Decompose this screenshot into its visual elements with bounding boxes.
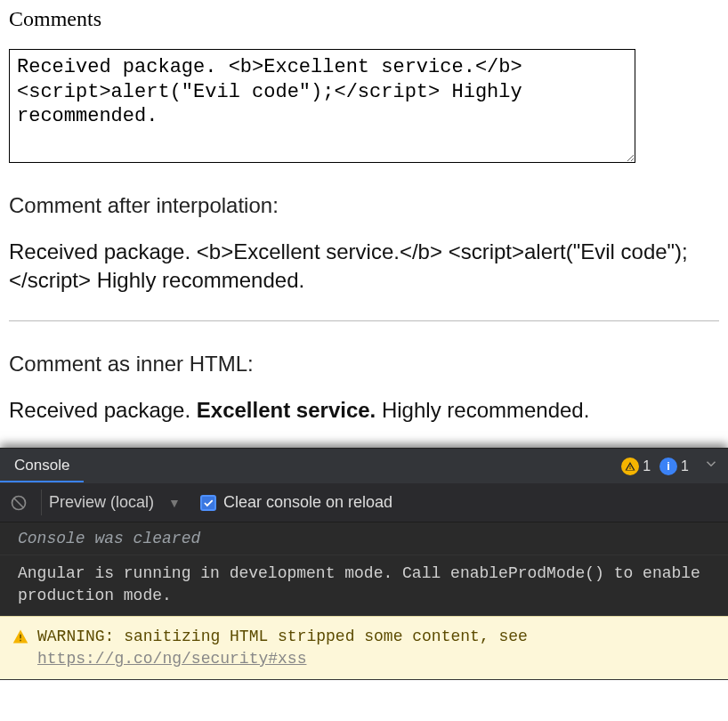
context-selector[interactable]: Preview (local) ▼ [41,490,188,515]
clear-console-icon[interactable] [9,493,28,513]
info-count-value: 1 [681,458,689,474]
innerhtml-suffix: Highly recommended. [376,398,589,422]
chevron-down-icon[interactable] [698,456,728,476]
interpolation-output: Received package. <b>Excellent service.<… [9,238,719,296]
clear-on-reload-label: Clear console on reload [223,493,392,512]
comment-textarea[interactable]: Received package. <b>Excellent service.<… [9,49,635,163]
clear-on-reload-option[interactable]: Clear console on reload [200,493,392,512]
info-icon: i [659,458,677,475]
info-count[interactable]: i 1 [659,458,689,475]
tab-console[interactable]: Console [0,449,84,483]
devtools-panel: Console 1 i 1 Preview (local) ▼ [0,448,728,680]
warning-triangle-icon [12,628,28,644]
log-warning-link[interactable]: https://g.co/ng/security#xss [37,650,306,668]
console-log: Console was cleared Angular is running i… [0,523,728,680]
devtools-tabs: Console 1 i 1 [0,448,728,483]
log-warning-prefix: WARNING: sanitizing HTML stripped some c… [37,628,528,645]
interpolation-label: Comment after interpolation: [9,193,719,218]
log-warning: WARNING: sanitizing HTML stripped some c… [0,616,728,680]
section-divider [9,320,719,321]
innerhtml-label: Comment as inner HTML: [9,352,719,377]
warning-count-value: 1 [643,458,651,474]
console-toolbar: Preview (local) ▼ Clear console on reloa… [0,483,728,523]
dropdown-icon: ▼ [168,496,181,510]
log-info: Angular is running in development mode. … [0,555,728,615]
innerhtml-bold: Excellent service. [197,398,376,422]
warning-count[interactable]: 1 [621,458,651,475]
context-label: Preview (local) [49,493,154,512]
comments-heading: Comments [9,7,719,31]
clear-on-reload-checkbox[interactable] [200,495,216,511]
log-meta: Console was cleared [0,523,728,555]
innerhtml-output: Received package. Excellent service. Hig… [9,396,719,425]
warning-icon [621,458,639,475]
innerhtml-prefix: Received package. [9,398,197,422]
